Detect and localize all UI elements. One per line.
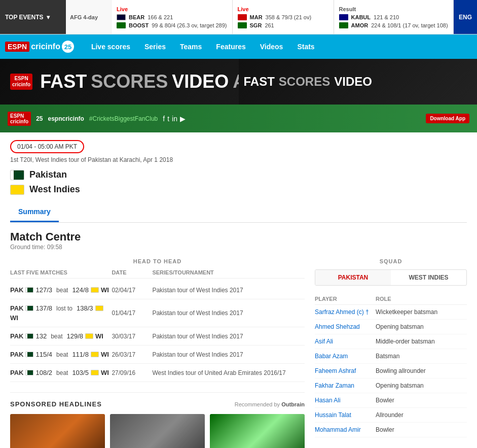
two-col-layout: HEAD TO HEAD LAST FIVE MATCHES DATE SERI… [10,258,467,448]
squad-row-7: Hussain Talat Allrounder [315,408,467,423]
ad-banner: ESPNcricinfo FAST SCORES VIDEO ANALYSIS … [0,59,477,105]
team-abbr-pak-0: PAK [10,286,23,294]
team-abbr-wi-0: WI [101,286,109,294]
sponsored-card-1[interactable] [10,414,105,448]
ad-right: FAST SCORES VIDEO [239,59,478,105]
team-abbr-wi-2: WI [95,332,103,340]
player-role-2: Middle-order batsman [376,338,467,345]
tabs-row: Summary [10,202,467,223]
sponsored-card-3[interactable] [210,414,305,448]
team-abbr-pak-2: PAK [10,332,23,340]
sponsored-img-2 [110,414,205,448]
main-content: 01/04 - 05:00 AM PKT 1st T20I, West Indi… [0,132,477,448]
table-row: PAK 137/8 lost to 138/3 WI 01/04/17 Paki… [10,299,305,327]
head-to-head-title: HEAD TO HEAD [10,258,305,264]
ticker-section-2: Live MAR 358 & 79/3 (21 ov) SGR 261 [233,0,334,34]
nav-videos[interactable]: Videos [253,35,290,59]
team-abbr-wi-4: WI [101,369,109,376]
player-role-1: Opening batsman [376,323,467,330]
wi-flag-sm-1 [95,305,103,311]
player-role-0: Wicketkeeper batsman [376,308,467,316]
instagram-icon: in [172,115,177,123]
match-centre-title: Match Centre [10,230,467,244]
col-last-five: LAST FIVE MATCHES [10,269,112,275]
squad-tab-west-indies[interactable]: WEST INDIES [391,270,466,285]
ad-strip-hashtag: #CricketsBiggestFanClub [89,115,158,122]
table-header: LAST FIVE MATCHES DATE SERIES/TOURNAMENT [10,269,305,279]
squad-row-2: Asif Ali Middle-order batsman [315,334,467,349]
tab-summary[interactable]: Summary [10,202,59,222]
top-events-button[interactable]: TOP EVENTS ▾ [0,0,66,34]
table-row: PAK 132 beat 129/8 WI 30/03/17 Pakistan … [10,327,305,346]
player-name-1[interactable]: Ahmed Shehzad [315,323,376,330]
wi-flag-sm-3 [91,352,99,357]
afg-match-label[interactable]: AFG 4-day [66,0,112,34]
player-name-8[interactable]: Mohammad Amir [315,426,376,433]
nav-teams[interactable]: Teams [173,35,209,59]
pak-flag-sm-4 [25,370,33,375]
ad-left: ESPNcricinfo FAST SCORES VIDEO ANALYSIS [0,59,239,105]
download-app-button[interactable]: Download App [426,114,469,123]
team-row-west-indies: West Indies [10,184,467,195]
table-row: PAK 115/4 beat 111/8 WI 26/03/17 Pakista… [10,346,305,364]
squad-table-header: PLAYER ROLE [315,293,467,305]
sponsored-img-1 [10,414,105,448]
nav-features[interactable]: Features [209,35,252,59]
dropdown-arrow-icon: ▾ [47,14,50,21]
sponsored-grid [10,414,305,448]
outbrain-text: Recommended by Outbrain [235,401,305,407]
squad-row-1: Ahmed Shehzad Opening batsman [315,320,467,334]
player-name-4[interactable]: Faheem Ashraf [315,367,376,374]
player-name-3[interactable]: Babar Azam [315,353,376,360]
ad-right-text: FAST SCORES VIDEO [244,75,372,89]
eng-button[interactable]: ENG [454,0,477,34]
player-name-2[interactable]: Asif Ali [315,338,376,345]
col-date: DATE [112,269,152,275]
player-role-5: Opening batsman [376,382,467,389]
nav-series[interactable]: Series [137,35,173,59]
youtube-icon: ▶ [180,115,186,123]
team-row-pakistan: Pakistan [10,169,467,180]
player-role-4: Bowling allrounder [376,367,467,374]
squad-tab-pakistan[interactable]: PAKISTAN [315,270,391,285]
team-abbr-wi-3: WI [101,351,109,358]
nav-live-scores[interactable]: Live scores [84,35,137,59]
squad-row-4: Faheem Ashraf Bowling allrounder [315,364,467,378]
ad-strip-social-icons: f t in ▶ [163,115,186,123]
player-name-5[interactable]: Fakhar Zaman [315,382,376,389]
sponsored-card-2[interactable] [110,414,205,448]
ticker-team-row-mar: MAR 358 & 79/3 (21 ov) [238,14,312,20]
sponsored-header: SPONSORED HEADLINES Recommended by Outbr… [10,400,305,408]
player-name-0[interactable]: Sarfraz Ahmed (c) † [315,308,376,316]
ticker-team-row-boost: BOOST 99 & 80/4 (26.3 ov, target 289) [117,22,227,28]
ticker-section-3: Result KABUL 121 & 210 AMOR 224 & 108/1 … [334,0,454,34]
squad-row-6: Hasan Ali Bowler [315,393,467,408]
ad-strip-espncricinfo: espncricinfo [48,115,84,122]
ticker-bar: TOP EVENTS ▾ AFG 4-day Live BEAR 166 & 2… [0,0,477,35]
match-subtitle: 1st T20I, West Indies tour of Pakistan a… [10,156,467,163]
pak-flag-sm-1 [25,305,33,311]
pakistan-flag [10,170,24,180]
nav-bar: ESPN cricinfo 25 Live scores Series Team… [0,35,477,59]
nav-logo[interactable]: ESPN cricinfo 25 [5,41,74,53]
col-role: ROLE [376,296,467,302]
table-row: PAK 127/3 beat 124/8 WI 02/04/17 Pakista… [10,281,305,299]
player-name-7[interactable]: Hussain Talat [315,411,376,419]
pak-flag-sm-2 [25,333,33,339]
ad-strip-badge: ESPNcricinfo [8,112,31,126]
col-player: PLAYER [315,296,376,302]
squad-title: SQUAD [315,258,467,264]
ticker-team-row-amor: AMOR 224 & 108/1 (17 ov, target 108) [339,22,448,28]
nav-stats[interactable]: Stats [290,35,321,59]
match-time: 01/04 - 05:00 AM PKT [17,143,77,150]
wi-flag-sm-2 [85,333,93,339]
ad-strip: ESPNcricinfo 25 espncricinfo #CricketsBi… [0,105,477,132]
squad-section: SQUAD PAKISTAN WEST INDIES PLAYER ROLE S… [315,258,467,448]
squad-row-8: Mohammad Amir Bowler [315,423,467,437]
player-name-6[interactable]: Hasan Ali [315,397,376,404]
player-role-3: Batsman [376,353,467,360]
sponsored-title: SPONSORED HEADLINES [10,400,102,408]
ticker-team-row-kabul: KABUL 121 & 210 [339,14,448,20]
squad-row-5: Fakhar Zaman Opening batsman [315,378,467,393]
squad-row-0: Sarfraz Ahmed (c) † Wicketkeeper batsman [315,305,467,320]
